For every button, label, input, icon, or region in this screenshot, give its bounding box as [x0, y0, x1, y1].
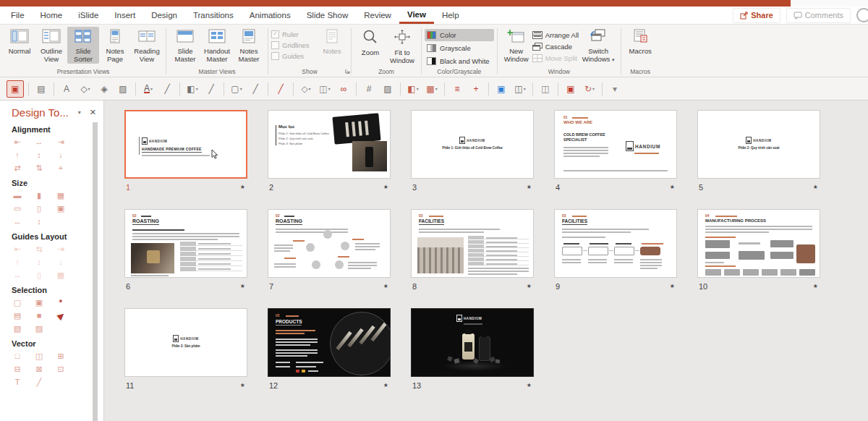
cascade-button[interactable]: Cascade [532, 41, 579, 51]
slide-11-thumbnail[interactable]: HANDIUM Phần 3: Sản phẩm [124, 308, 247, 377]
same-height-icon[interactable]: ▮ [33, 191, 45, 200]
link-icon[interactable]: ∞ [336, 81, 352, 97]
outline-picker-icon[interactable]: ╱ [247, 81, 263, 97]
distribute-v-icon[interactable]: ⇅ [33, 163, 45, 172]
guide-h-icon[interactable]: ↔ [12, 271, 23, 279]
shape-swap-icon[interactable]: ◇▾ [298, 81, 314, 97]
macros-button[interactable]: Macros [624, 27, 656, 56]
align-bottom-icon[interactable]: ↓ [55, 150, 67, 159]
handout-master-button[interactable]: Handout Master [201, 27, 233, 64]
slide-5[interactable]: HANDIUM Phần 2: Quy trình sản xuất 5★ [697, 110, 820, 193]
crop-icon[interactable]: # [361, 81, 377, 97]
magic-select-icon[interactable]: * [55, 298, 67, 307]
outline-view-button[interactable]: Outline View [35, 27, 67, 64]
slide-3-thumbnail[interactable]: HANDIUM Phần 1: Giới thiệu về Cold Brew … [411, 110, 534, 179]
notes-button[interactable]: Notes [316, 27, 348, 56]
chevron-down-icon[interactable]: ▾ [78, 109, 81, 116]
picture-icon[interactable]: ▨ [115, 81, 131, 97]
pointer-icon[interactable]: ▶ [54, 308, 68, 322]
select-similar-icon[interactable]: ▤ [12, 311, 23, 320]
menu-tab-design[interactable]: Design [143, 7, 185, 24]
ruler-checkbox[interactable]: ✓Ruler [271, 30, 316, 38]
red-panel-icon[interactable]: ▣ [563, 81, 579, 97]
menu-tab-review[interactable]: Review [356, 7, 399, 24]
menu-tab-slide-show[interactable]: Slide Show [299, 7, 357, 24]
guide-center-v-icon[interactable]: ⇆ [33, 244, 45, 253]
share-button[interactable]: Share [733, 8, 780, 23]
smart-doc-icon[interactable]: ▤ [33, 81, 49, 97]
width-ruler-icon[interactable]: ↔ [12, 217, 23, 226]
notes-page-button[interactable]: Notes Page [99, 27, 131, 64]
menu-tab-help[interactable]: Help [434, 7, 467, 24]
notes-master-button[interactable]: Notes Master [233, 27, 265, 64]
window-tool-icon[interactable]: ◫ [537, 81, 553, 97]
menu-tab-transitions[interactable]: Transitions [185, 7, 242, 24]
slide-12[interactable]: 05 PRODUCTS [268, 308, 391, 391]
slide-10[interactable]: 04 MANUFACTURING PROCESS [697, 209, 820, 292]
swap-position-icon[interactable]: + [55, 163, 67, 172]
guide-right-icon[interactable]: ⇥ [55, 244, 67, 253]
avatar[interactable] [856, 8, 868, 22]
vector-union-icon[interactable]: ◫ [33, 352, 45, 360]
same-width-icon[interactable]: ▬ [12, 191, 23, 200]
stretch-width-icon[interactable]: ▭ [12, 204, 23, 213]
menu-tab-islide[interactable]: iSlide [70, 7, 106, 24]
image-tool-icon[interactable]: ▨ [380, 81, 396, 97]
eyedropper-icon[interactable]: ╱ [273, 81, 289, 97]
arrange-all-button[interactable]: Arrange All [532, 30, 579, 40]
bucket-icon[interactable]: ◧▾ [405, 81, 421, 97]
distribute-h-icon[interactable]: ⇄ [12, 163, 23, 172]
slide-12-thumbnail[interactable]: 05 PRODUCTS [268, 308, 391, 377]
color-button[interactable]: Color [425, 29, 494, 41]
slide-9[interactable]: 03 FACILITIES [554, 209, 677, 292]
copy-style-icon[interactable]: ◫▾ [317, 81, 333, 97]
panel-scrollbar[interactable] [93, 122, 98, 421]
align-center-h-icon[interactable]: ↔ [33, 137, 45, 146]
close-icon[interactable]: ✕ [90, 108, 96, 117]
select-filled-icon[interactable]: ■ [33, 311, 45, 320]
reading-view-button[interactable]: Reading View [131, 27, 163, 64]
slide-6-thumbnail[interactable]: 02 ROASTING [124, 209, 247, 278]
grayscale-button[interactable]: Grayscale [425, 42, 494, 54]
black-and-white-button[interactable]: Black and White [425, 55, 494, 67]
align-top-icon[interactable]: ↑ [12, 150, 23, 159]
vector-intersect-icon[interactable]: ⊠ [33, 365, 45, 373]
align-cross-icon[interactable]: + [468, 81, 484, 97]
slide-5-thumbnail[interactable]: HANDIUM Phần 2: Quy trình sản xuất [697, 110, 820, 179]
theme-window-icon[interactable]: ▣ [493, 81, 509, 97]
islide-panel-icon[interactable]: ▣ [7, 80, 24, 98]
slide-4[interactable]: 01 WHO WE ARE COLD BREW COFFEE SPECIALIS… [554, 110, 677, 193]
stretch-height-icon[interactable]: ▯ [33, 204, 45, 213]
select-same-icon[interactable]: ▣ [33, 298, 45, 307]
slide-1-thumbnail[interactable]: HANDIUM HANDMADE PREMIUM COFFEE [124, 110, 247, 179]
fit-to-window-button[interactable]: Fit to Window [386, 27, 418, 65]
slide-2[interactable]: Mục lục Phần 1: Giới thiệu về Cold Brew … [268, 110, 391, 193]
guide-left-icon[interactable]: ⇤ [12, 244, 23, 253]
menu-tab-view[interactable]: View [399, 7, 434, 24]
guide-top-icon[interactable]: ↑ [12, 258, 23, 266]
guide-grid-icon[interactable]: ▦ [55, 271, 67, 279]
layout-window-icon[interactable]: ◫▾ [512, 81, 528, 97]
font-color-picker-icon[interactable]: ╱ [159, 81, 175, 97]
slide-7-thumbnail[interactable]: 02 ROASTING [268, 209, 391, 278]
slide-8[interactable]: 03 FACILITIES [411, 209, 534, 292]
align-right-icon[interactable]: ⇥ [55, 137, 67, 146]
slide-9-thumbnail[interactable]: 03 FACILITIES [554, 209, 677, 278]
vector-text-icon[interactable]: T [12, 378, 23, 386]
fill-color-icon[interactable]: ◧▾ [184, 81, 200, 97]
layers-icon[interactable]: ≡ [449, 81, 465, 97]
vector-pen-icon[interactable]: ╱ [33, 378, 45, 386]
gridlines-checkbox[interactable]: Gridlines [271, 41, 316, 49]
align-middle-icon[interactable]: ↕ [33, 150, 45, 159]
menu-tab-animations[interactable]: Animations [242, 7, 299, 24]
fit-size-icon[interactable]: ▣ [55, 204, 67, 213]
slide-3[interactable]: HANDIUM Phần 1: Giới thiệu về Cold Brew … [411, 110, 534, 193]
text-box-icon[interactable]: A [59, 81, 75, 97]
refresh-icon[interactable]: ↻▾ [582, 81, 597, 97]
slide-7[interactable]: 02 ROASTING [268, 209, 391, 292]
slide-13-thumbnail[interactable]: HANDIUM [411, 308, 534, 377]
shapes-icon[interactable]: ◇▾ [77, 81, 93, 97]
slide-sorter-area[interactable]: HANDIUM HANDMADE PREMIUM COFFEE 1★ Mục l… [104, 101, 868, 421]
align-left-icon[interactable]: ⇤ [12, 137, 23, 146]
slide-11[interactable]: HANDIUM Phần 3: Sản phẩm 11★ [124, 308, 247, 391]
